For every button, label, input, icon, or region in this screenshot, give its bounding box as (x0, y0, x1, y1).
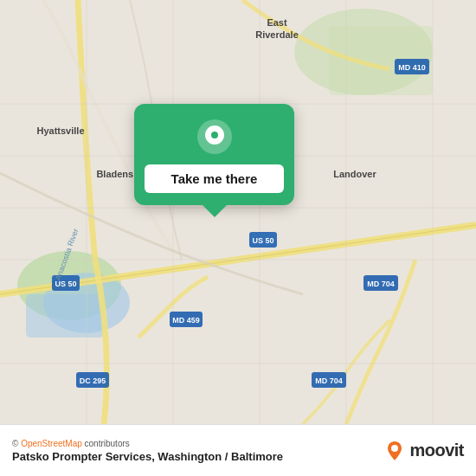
take-me-there-button[interactable]: Take me there (145, 164, 284, 193)
svg-text:MD 459: MD 459 (172, 316, 200, 325)
map-background: US 50 US 50 MD 459 DC 295 MD 704 MD 704 … (0, 0, 476, 424)
moovit-brand-text: moovit (409, 441, 464, 460)
svg-text:Hyattsville: Hyattsville (36, 125, 84, 136)
svg-text:MD 704: MD 704 (315, 376, 343, 385)
svg-point-42 (391, 445, 398, 452)
location-title: Patsko Prompter Services, Washington / B… (12, 450, 283, 463)
map-attribution: © OpenStreetMap contributors (12, 439, 283, 448)
svg-text:MD 410: MD 410 (398, 63, 426, 72)
map-view: US 50 US 50 MD 459 DC 295 MD 704 MD 704 … (0, 0, 476, 424)
attribution-prefix: © (12, 439, 21, 448)
location-popup: Take me there (134, 104, 294, 205)
svg-rect-4 (26, 294, 104, 338)
attribution-suffix: contributors (82, 439, 130, 448)
svg-text:DC 295: DC 295 (80, 376, 106, 385)
svg-text:MD 704: MD 704 (367, 280, 395, 288)
svg-text:East: East (267, 17, 287, 28)
moovit-logo: moovit (383, 440, 464, 462)
svg-text:US 50: US 50 (252, 236, 273, 245)
bottom-left-info: © OpenStreetMap contributors Patsko Prom… (12, 439, 283, 463)
location-pin-icon (196, 118, 234, 156)
moovit-pin-icon (383, 440, 406, 462)
svg-text:Landover: Landover (333, 169, 376, 179)
openstreetmap-link[interactable]: OpenStreetMap (21, 439, 82, 448)
svg-text:Riverdale: Riverdale (255, 29, 299, 40)
bottom-bar: © OpenStreetMap contributors Patsko Prom… (0, 424, 476, 476)
